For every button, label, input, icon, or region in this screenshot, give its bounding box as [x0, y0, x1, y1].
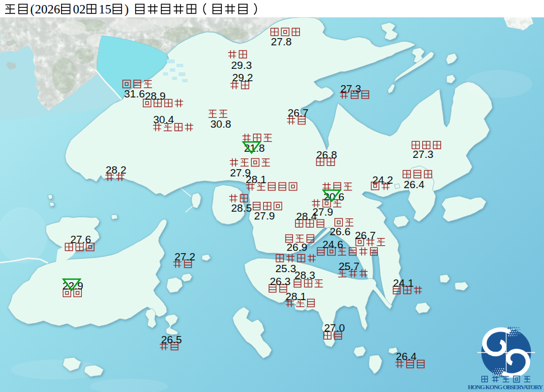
svg-text:30.4: 30.4: [154, 114, 174, 125]
svg-text:25.3: 25.3: [276, 263, 296, 274]
svg-text:28.9: 28.9: [145, 90, 166, 102]
svg-text:26.7: 26.7: [288, 107, 309, 119]
svg-text:28.4: 28.4: [296, 211, 317, 222]
svg-text:27.3: 27.3: [413, 148, 434, 160]
svg-text:(: (: [30, 2, 35, 16]
svg-text:24.2: 24.2: [373, 174, 393, 186]
svg-text:02: 02: [73, 2, 86, 16]
svg-text:26.8: 26.8: [317, 149, 337, 161]
svg-text:29.3: 29.3: [231, 59, 252, 71]
svg-text:2026: 2026: [35, 2, 60, 16]
svg-text:27.2: 27.2: [175, 251, 196, 263]
svg-text:26.9: 26.9: [287, 241, 308, 253]
svg-text:29.2: 29.2: [233, 72, 253, 83]
svg-text:28.3: 28.3: [295, 269, 315, 281]
svg-text:20.6: 20.6: [324, 191, 345, 203]
svg-text:27.6: 27.6: [71, 234, 91, 245]
svg-text:27.3: 27.3: [341, 83, 361, 95]
svg-text:24.6: 24.6: [323, 239, 343, 250]
svg-text:26.3: 26.3: [270, 276, 291, 287]
svg-text:26.7: 26.7: [355, 230, 376, 241]
svg-text:27.8: 27.8: [271, 36, 292, 48]
svg-text:26.4: 26.4: [404, 179, 425, 190]
svg-text:27.0: 27.0: [324, 322, 345, 334]
svg-text:25.7: 25.7: [339, 260, 360, 272]
svg-text:): ): [124, 2, 129, 16]
svg-text:27.9: 27.9: [254, 210, 275, 222]
svg-text:24.1: 24.1: [393, 277, 414, 289]
svg-text:26.6: 26.6: [330, 226, 351, 237]
svg-text:28.1: 28.1: [286, 291, 306, 302]
svg-text:28.1: 28.1: [246, 174, 267, 185]
svg-text:26.5: 26.5: [161, 334, 182, 346]
svg-text:28.2: 28.2: [106, 164, 127, 176]
svg-text:26.4: 26.4: [396, 351, 417, 362]
svg-text:HONG KONG OBSERVATORY: HONG KONG OBSERVATORY: [468, 384, 543, 390]
svg-text:28.5: 28.5: [231, 202, 252, 214]
svg-text:30.8: 30.8: [211, 118, 231, 130]
svg-text:31.6: 31.6: [124, 88, 145, 100]
svg-text:15: 15: [99, 2, 111, 16]
